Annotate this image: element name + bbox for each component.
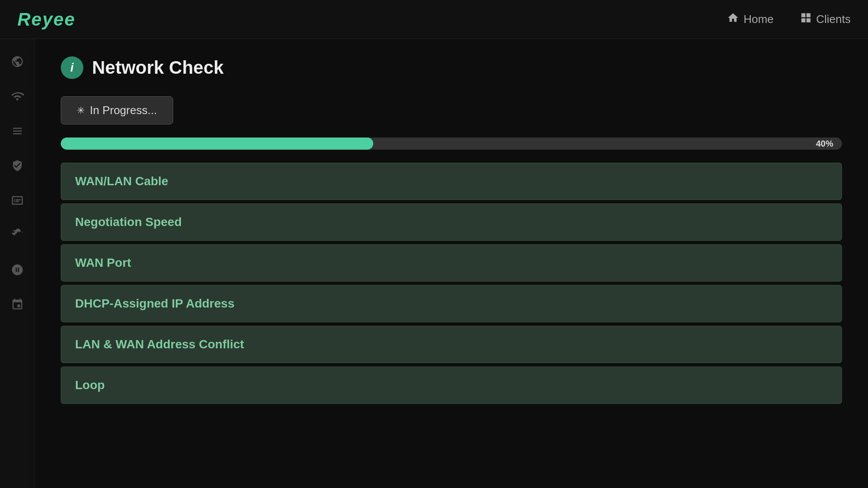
check-item-dhcp-ip[interactable]: DHCP-Assigned IP Address	[61, 285, 842, 322]
sidebar-item-switch[interactable]	[8, 121, 27, 141]
home-label: Home	[743, 13, 773, 26]
clients-icon	[800, 12, 812, 27]
progress-label: 40%	[816, 139, 833, 149]
content-area: i Network Check ✳ In Progress... 40% WAN…	[35, 39, 868, 488]
in-progress-label: In Progress...	[90, 104, 157, 117]
sidebar-item-security[interactable]	[8, 156, 27, 175]
logo: Reyee	[17, 9, 76, 30]
check-item-wan-lan-cable[interactable]: WAN/LAN Cable	[61, 163, 842, 200]
check-item-wan-port[interactable]: WAN Port	[61, 244, 842, 282]
sidebar-item-vpn[interactable]	[8, 191, 27, 210]
progress-fill	[61, 138, 373, 150]
sidebar-item-globe[interactable]	[8, 52, 27, 71]
check-item-negotiation-speed[interactable]: Negotiation Speed	[61, 203, 842, 241]
check-item-loop[interactable]: Loop	[61, 367, 842, 404]
sidebar-item-tools[interactable]	[8, 226, 27, 245]
info-icon: i	[61, 56, 83, 79]
check-items-list: WAN/LAN Cable Negotiation Speed WAN Port…	[61, 163, 842, 404]
sidebar	[0, 39, 35, 488]
clients-nav-item[interactable]: Clients	[800, 12, 851, 27]
main-layout: i Network Check ✳ In Progress... 40% WAN…	[0, 39, 868, 488]
progress-bar-container: 40%	[61, 138, 842, 150]
home-icon	[727, 12, 739, 27]
spinner-icon: ✳	[77, 105, 85, 116]
nav-right: Home Clients	[727, 12, 851, 27]
page-title-row: i Network Check	[61, 56, 842, 79]
in-progress-button[interactable]: ✳ In Progress...	[61, 96, 173, 124]
sidebar-item-wifi[interactable]	[8, 87, 27, 106]
check-item-lan-wan-conflict[interactable]: LAN & WAN Address Conflict	[61, 326, 842, 363]
home-nav-item[interactable]: Home	[727, 12, 773, 27]
sidebar-item-network-diag[interactable]	[8, 295, 27, 314]
page-title: Network Check	[92, 57, 224, 78]
top-navigation: Reyee Home Clients	[0, 0, 868, 39]
sidebar-item-radar[interactable]	[8, 260, 27, 279]
clients-label: Clients	[816, 13, 851, 26]
